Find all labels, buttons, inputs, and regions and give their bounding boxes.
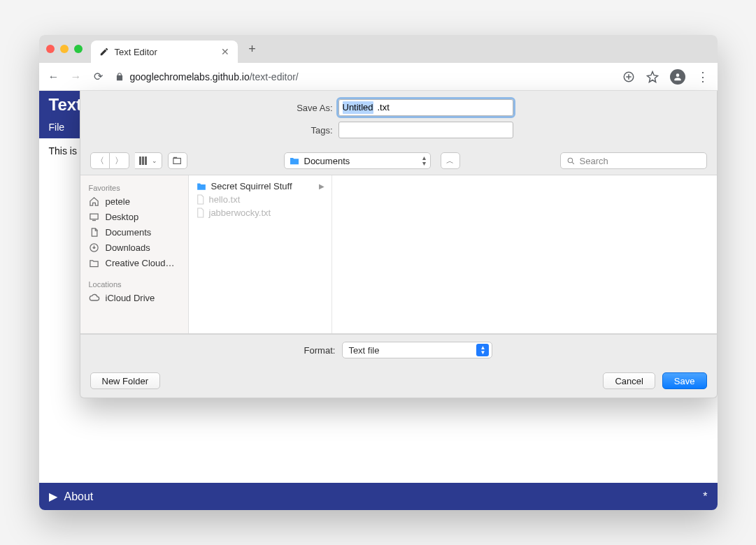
zoom-window-button[interactable] — [74, 45, 83, 53]
nav-back-button[interactable]: 〈 — [90, 152, 110, 169]
sidebar-item-label: petele — [106, 196, 130, 207]
sidebar-locations-header: Locations — [80, 277, 188, 290]
new-tab-button[interactable]: + — [242, 42, 263, 57]
folder-icon — [289, 156, 300, 166]
saveas-selection: Untitled — [343, 101, 373, 114]
page-content: Text File This is a n ▶ About * Save As:… — [39, 91, 718, 510]
chrome-window: Text Editor ✕ + ← → ⟳ googlechromelabs.g… — [39, 35, 718, 510]
sidebar-item-label: Creative Cloud… — [106, 258, 175, 268]
chevron-right-icon: ▶ — [319, 182, 324, 190]
sidebar-favorites-header: Favorites — [80, 181, 188, 194]
chevron-down-icon: ⌄ — [152, 157, 157, 164]
cancel-button[interactable]: Cancel — [603, 372, 655, 389]
back-button[interactable]: ← — [48, 71, 60, 83]
sidebar-item-label: Downloads — [106, 242, 150, 253]
save-button[interactable]: Save — [662, 372, 707, 389]
search-field[interactable]: Search — [560, 152, 707, 169]
list-item-label: jabberwocky.txt — [209, 208, 271, 218]
window-titlebar: Text Editor ✕ + — [39, 35, 718, 63]
footer-about[interactable]: About — [64, 490, 94, 503]
sidebar-item-documents[interactable]: Documents — [80, 224, 188, 240]
chevron-up-icon: ︿ — [446, 156, 454, 166]
cloud-icon — [89, 292, 100, 303]
svg-rect-4 — [173, 159, 180, 164]
file-icon — [196, 208, 205, 218]
address-bar[interactable]: googlechromelabs.github.io/text-editor/ — [115, 71, 613, 82]
profile-avatar-icon[interactable] — [670, 69, 685, 85]
list-item-label: Secret Squirrel Stuff — [211, 181, 292, 191]
saveas-suffix: .txt — [378, 101, 390, 114]
chrome-menu-icon[interactable]: ⋮ — [697, 69, 709, 85]
desktop-icon — [89, 211, 100, 222]
svg-rect-1 — [139, 157, 141, 165]
finder-sidebar: Favorites petele Desktop Documents — [80, 175, 189, 333]
svg-rect-3 — [145, 157, 147, 165]
new-folder-button[interactable]: New Folder — [90, 372, 160, 389]
folder-icon — [89, 257, 100, 268]
sidebar-item-label: Desktop — [106, 212, 139, 222]
view-mode-button[interactable]: ⌄ — [135, 152, 162, 169]
format-select[interactable]: Text file ▲▼ — [342, 342, 492, 358]
folder-icon — [196, 182, 207, 191]
lock-icon — [115, 72, 124, 82]
saveas-label: Save As: — [284, 103, 333, 113]
list-item: hello.txt — [192, 193, 329, 206]
bookmark-star-icon[interactable] — [646, 71, 659, 83]
browser-tab[interactable]: Text Editor ✕ — [91, 41, 238, 63]
file-column-0: Secret Squirrel Stuff ▶ hello.txt jabber… — [189, 175, 332, 333]
home-icon — [89, 196, 100, 207]
format-value: Text file — [348, 345, 379, 356]
close-tab-button[interactable]: ✕ — [221, 46, 229, 57]
list-item-label: hello.txt — [209, 194, 241, 205]
tags-input[interactable] — [338, 122, 513, 138]
search-placeholder: Search — [580, 156, 608, 166]
list-item[interactable]: Secret Squirrel Stuff ▶ — [192, 180, 329, 193]
file-icon — [196, 194, 205, 205]
list-item: jabberwocky.txt — [192, 206, 329, 219]
svg-rect-5 — [173, 157, 176, 159]
sidebar-item-home[interactable]: petele — [80, 194, 188, 209]
install-app-icon[interactable] — [622, 71, 635, 83]
svg-point-6 — [568, 158, 573, 163]
forward-button[interactable]: → — [70, 71, 83, 83]
collapse-button[interactable]: ︿ — [441, 152, 460, 169]
file-column-1 — [332, 175, 717, 333]
sidebar-item-downloads[interactable]: Downloads — [80, 240, 188, 255]
group-button[interactable] — [168, 152, 187, 169]
unsaved-indicator: * — [703, 490, 707, 503]
documents-icon — [89, 226, 100, 238]
url-host: googlechromelabs.github.io — [130, 71, 250, 82]
window-controls — [46, 45, 83, 53]
sidebar-item-creative-cloud[interactable]: Creative Cloud… — [80, 255, 188, 270]
pencil-icon — [99, 47, 109, 57]
sidebar-item-desktop[interactable]: Desktop — [80, 209, 188, 224]
disclosure-triangle-icon[interactable]: ▶ — [49, 490, 57, 503]
minimize-window-button[interactable] — [60, 45, 69, 53]
location-name: Documents — [304, 156, 350, 166]
nav-forward-button[interactable]: 〉 — [110, 152, 129, 169]
svg-rect-2 — [142, 157, 144, 165]
search-icon — [566, 157, 576, 166]
tags-label: Tags: — [284, 125, 333, 136]
reload-button[interactable]: ⟳ — [92, 70, 105, 83]
sidebar-item-label: iCloud Drive — [106, 293, 155, 303]
browser-toolbar: ← → ⟳ googlechromelabs.github.io/text-ed… — [39, 63, 718, 91]
select-arrows-icon: ▲▼ — [476, 344, 489, 356]
close-window-button[interactable] — [46, 45, 55, 53]
format-label: Format: — [304, 345, 336, 356]
save-dialog: Save As: Untitled .txt Tags: 〈 〉 — [80, 91, 718, 398]
downloads-icon — [89, 242, 100, 253]
app-footer: ▶ About * — [39, 483, 718, 510]
sidebar-item-icloud[interactable]: iCloud Drive — [80, 290, 188, 305]
location-popup[interactable]: Documents ▴▾ — [284, 152, 431, 169]
svg-rect-7 — [90, 214, 98, 219]
url-path: /text-editor/ — [250, 71, 299, 82]
tab-title: Text Editor — [115, 47, 157, 57]
stepper-arrows-icon: ▴▾ — [422, 155, 426, 166]
sidebar-item-label: Documents — [106, 227, 152, 238]
